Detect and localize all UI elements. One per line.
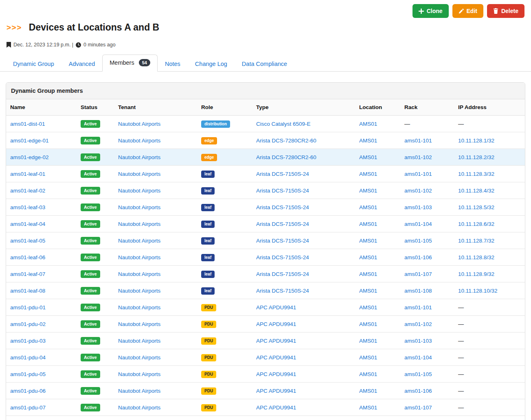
tab-dynamic-group[interactable]: Dynamic Group <box>6 56 61 72</box>
delete-button[interactable]: Delete <box>487 4 524 18</box>
tab-change-log[interactable]: Change Log <box>188 56 235 72</box>
ip-address-link[interactable]: 10.11.128.4/32 <box>458 188 494 194</box>
device-name-link[interactable]: ams01-leaf-01 <box>10 171 45 177</box>
tenant-link[interactable]: Nautobot Airports <box>118 221 160 227</box>
tenant-link[interactable]: Nautobot Airports <box>118 288 160 294</box>
tenant-link[interactable]: Nautobot Airports <box>118 405 160 411</box>
location-link[interactable]: AMS01 <box>359 138 377 144</box>
device-name-link[interactable]: ams01-leaf-06 <box>10 254 45 260</box>
rack-link[interactable]: ams01-103 <box>404 338 432 344</box>
tenant-link[interactable]: Nautobot Airports <box>118 238 160 244</box>
edit-button[interactable]: Edit <box>452 4 483 18</box>
location-link[interactable]: AMS01 <box>359 304 377 311</box>
rack-link[interactable]: ams01-104 <box>404 354 432 361</box>
device-name-link[interactable]: ams01-pdu-05 <box>10 371 46 377</box>
ip-address-link[interactable]: 10.11.128.9/32 <box>458 271 494 277</box>
tab-data-compliance[interactable]: Data Compliance <box>235 56 294 72</box>
device-name-link[interactable]: ams01-pdu-03 <box>10 338 46 344</box>
rack-link[interactable]: ams01-101 <box>404 171 432 177</box>
device-name-link[interactable]: ams01-edge-02 <box>10 154 49 160</box>
location-link[interactable]: AMS01 <box>359 271 377 277</box>
device-name-link[interactable]: ams01-pdu-07 <box>10 405 46 411</box>
tenant-link[interactable]: Nautobot Airports <box>118 138 160 144</box>
tenant-link[interactable]: Nautobot Airports <box>118 388 160 394</box>
tenant-link[interactable]: Nautobot Airports <box>118 204 160 210</box>
tenant-link[interactable]: Nautobot Airports <box>118 338 160 344</box>
location-link[interactable]: AMS01 <box>359 321 377 327</box>
rack-link[interactable]: ams01-102 <box>404 321 432 327</box>
location-link[interactable]: AMS01 <box>359 371 377 377</box>
rack-link[interactable]: ams01-103 <box>404 204 432 210</box>
tenant-link[interactable]: Nautobot Airports <box>118 121 160 127</box>
device-name-link[interactable]: ams01-pdu-01 <box>10 304 46 311</box>
device-type-link[interactable]: APC APDU9941 <box>256 338 296 344</box>
rack-link[interactable]: ams01-101 <box>404 138 432 144</box>
device-type-link[interactable]: Arista DCS-7280CR2-60 <box>256 138 316 144</box>
rack-link[interactable]: ams01-101 <box>404 304 432 311</box>
clone-button[interactable]: Clone <box>413 4 449 18</box>
rack-link[interactable]: ams01-107 <box>404 271 432 277</box>
location-link[interactable]: AMS01 <box>359 354 377 361</box>
location-link[interactable]: AMS01 <box>359 171 377 177</box>
tenant-link[interactable]: Nautobot Airports <box>118 304 160 311</box>
device-type-link[interactable]: Arista DCS-7150S-24 <box>256 254 309 260</box>
location-link[interactable]: AMS01 <box>359 288 377 294</box>
device-name-link[interactable]: ams01-leaf-03 <box>10 204 45 210</box>
tenant-link[interactable]: Nautobot Airports <box>118 371 160 377</box>
tab-advanced[interactable]: Advanced <box>61 56 103 72</box>
ip-address-link[interactable]: 10.11.128.3/32 <box>458 171 494 177</box>
ip-address-link[interactable]: 10.11.128.1/32 <box>458 138 494 144</box>
location-link[interactable]: AMS01 <box>359 238 377 244</box>
device-type-link[interactable]: Cisco Catalyst 6509-E <box>256 121 311 127</box>
location-link[interactable]: AMS01 <box>359 188 377 194</box>
rack-link[interactable]: ams01-106 <box>404 388 432 394</box>
device-type-link[interactable]: Arista DCS-7150S-24 <box>256 271 309 277</box>
location-link[interactable]: AMS01 <box>359 154 377 160</box>
location-link[interactable]: AMS01 <box>359 254 377 260</box>
rack-link[interactable]: ams01-108 <box>404 288 432 294</box>
device-type-link[interactable]: APC APDU9941 <box>256 304 296 311</box>
tenant-link[interactable]: Nautobot Airports <box>118 354 160 361</box>
device-type-link[interactable]: Arista DCS-7280CR2-60 <box>256 154 316 160</box>
device-name-link[interactable]: ams01-edge-01 <box>10 138 49 144</box>
device-name-link[interactable]: ams01-pdu-02 <box>10 321 46 327</box>
device-type-link[interactable]: Arista DCS-7150S-24 <box>256 221 309 227</box>
tab-members[interactable]: Members 54 <box>102 55 158 72</box>
device-type-link[interactable]: APC APDU9941 <box>256 321 296 327</box>
device-type-link[interactable]: Arista DCS-7150S-24 <box>256 188 309 194</box>
tenant-link[interactable]: Nautobot Airports <box>118 321 160 327</box>
location-link[interactable]: AMS01 <box>359 405 377 411</box>
device-type-link[interactable]: APC APDU9941 <box>256 388 296 394</box>
device-type-link[interactable]: APC APDU9941 <box>256 354 296 361</box>
device-name-link[interactable]: ams01-leaf-02 <box>10 188 45 194</box>
location-link[interactable]: AMS01 <box>359 204 377 210</box>
ip-address-link[interactable]: 10.11.128.8/32 <box>458 254 494 260</box>
rack-link[interactable]: ams01-102 <box>404 188 432 194</box>
device-name-link[interactable]: ams01-leaf-08 <box>10 288 45 294</box>
device-type-link[interactable]: Arista DCS-7150S-24 <box>256 238 309 244</box>
device-name-link[interactable]: ams01-dist-01 <box>10 121 45 127</box>
rack-link[interactable]: ams01-106 <box>404 254 432 260</box>
tenant-link[interactable]: Nautobot Airports <box>118 171 160 177</box>
rack-link[interactable]: ams01-102 <box>404 154 432 160</box>
tenant-link[interactable]: Nautobot Airports <box>118 254 160 260</box>
device-type-link[interactable]: APC APDU9941 <box>256 405 296 411</box>
location-link[interactable]: AMS01 <box>359 338 377 344</box>
device-type-link[interactable]: Arista DCS-7150S-24 <box>256 288 309 294</box>
ip-address-link[interactable]: 10.11.128.7/32 <box>458 238 494 244</box>
ip-address-link[interactable]: 10.11.128.6/32 <box>458 221 494 227</box>
rack-link[interactable]: ams01-105 <box>404 371 432 377</box>
location-link[interactable]: AMS01 <box>359 221 377 227</box>
device-type-link[interactable]: Arista DCS-7150S-24 <box>256 204 309 210</box>
device-name-link[interactable]: ams01-pdu-04 <box>10 354 46 361</box>
device-name-link[interactable]: ams01-leaf-04 <box>10 221 45 227</box>
rack-link[interactable]: ams01-105 <box>404 238 432 244</box>
ip-address-link[interactable]: 10.11.128.10/32 <box>458 288 498 294</box>
tab-notes[interactable]: Notes <box>158 56 188 72</box>
device-name-link[interactable]: ams01-leaf-05 <box>10 238 45 244</box>
device-name-link[interactable]: ams01-pdu-06 <box>10 388 46 394</box>
device-type-link[interactable]: APC APDU9941 <box>256 371 296 377</box>
location-link[interactable]: AMS01 <box>359 388 377 394</box>
device-name-link[interactable]: ams01-leaf-07 <box>10 271 45 277</box>
ip-address-link[interactable]: 10.11.128.2/32 <box>458 154 494 160</box>
